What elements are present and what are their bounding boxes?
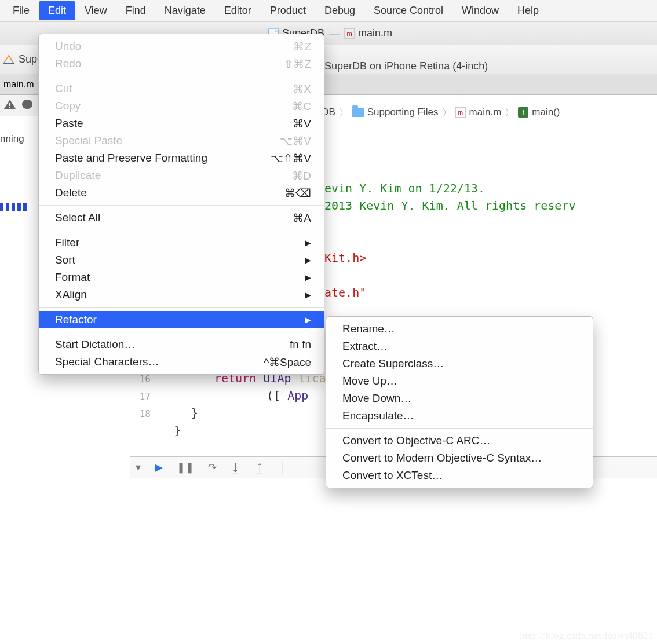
menu-filter[interactable]: Filter▶	[39, 234, 324, 251]
code-line: }	[174, 423, 181, 437]
menu-navigate[interactable]: Navigate	[155, 1, 215, 20]
chevron-right-icon: ▶	[305, 255, 311, 265]
menu-window[interactable]: Window	[452, 1, 508, 20]
m-file-icon: m	[455, 107, 466, 118]
chevron-right-icon: ▶	[305, 290, 311, 299]
refactor-encapsulate[interactable]: Encapsulate…	[326, 407, 593, 425]
issue-navigator-icons	[0, 95, 38, 116]
menu-sort[interactable]: Sort▶	[39, 251, 324, 269]
menu-help[interactable]: Help	[508, 1, 548, 20]
gutter-17: 17	[130, 388, 151, 405]
breadcrumb-seg1[interactable]: Supporting Files	[367, 107, 439, 118]
menu-copy[interactable]: Copy⌘C	[39, 97, 324, 115]
refactor-move-down[interactable]: Move Down…	[326, 390, 593, 407]
title-sep: —	[329, 27, 340, 39]
svg-rect-4	[9, 107, 10, 108]
watermark: http://blog.csdn.net/ioswyl8821	[520, 630, 654, 642]
chevron-right-icon: 〉	[339, 106, 349, 119]
refactor-rename[interactable]: Rename…	[326, 320, 593, 338]
divider: │	[279, 462, 286, 474]
menu-cut[interactable]: Cut⌘X	[39, 80, 324, 97]
menu-undo[interactable]: Undo⌘Z	[39, 38, 324, 55]
title-file: main.m	[358, 27, 392, 39]
tab-main-m[interactable]: main.m	[3, 79, 34, 90]
code-line: ate.h"	[324, 286, 366, 299]
app-icon	[2, 53, 15, 66]
function-icon: f	[518, 107, 528, 118]
menu-select-all[interactable]: Select All⌘A	[39, 209, 324, 226]
code-line: ([	[267, 389, 280, 402]
chevron-right-icon: ▶	[305, 315, 311, 324]
gutter-18: 18	[130, 405, 151, 423]
chevron-right-icon: 〉	[505, 106, 514, 119]
m-file-icon: m	[344, 28, 355, 39]
code-line: }	[191, 406, 198, 420]
menu-paste[interactable]: Paste⌘V	[39, 115, 324, 132]
toolbar-status: SuperDB on iPhone Retina (4-inch)	[324, 60, 488, 72]
menu-product[interactable]: Product	[261, 1, 315, 20]
breadcrumb[interactable]: erDB 〉 Supporting Files 〉 m main.m 〉 f m…	[313, 103, 560, 122]
menubar[interactable]: File Edit View Find Navigate Editor Prod…	[0, 0, 657, 22]
menu-paste-preserve[interactable]: Paste and Preserve Formatting⌥⇧⌘V	[39, 149, 324, 167]
code-fn: App	[287, 389, 308, 402]
sidebar-status: nning	[0, 133, 24, 145]
menu-duplicate[interactable]: Duplicate⌘D	[39, 167, 324, 184]
breadcrumb-seg2[interactable]: main.m	[469, 107, 502, 118]
refactor-modern-objc[interactable]: Convert to Modern Objective-C Syntax…	[326, 449, 593, 467]
chevron-right-icon: 〉	[442, 106, 452, 119]
chevron-right-icon: ▶	[305, 273, 311, 282]
svg-rect-3	[9, 103, 10, 106]
menu-editor[interactable]: Editor	[215, 1, 261, 20]
menu-file[interactable]: File	[3, 1, 39, 20]
pause-icon[interactable]: ❚❚	[177, 461, 194, 474]
menu-special-paste[interactable]: Special Paste⌥⌘V	[39, 132, 324, 149]
edit-dropdown[interactable]: Undo⌘Z Redo⇧⌘Z Cut⌘X Copy⌘C Paste⌘V Spec…	[38, 34, 324, 375]
menu-edit[interactable]: Edit	[39, 1, 75, 20]
menu-refactor[interactable]: Refactor▶	[39, 311, 324, 328]
refactor-arc[interactable]: Convert to Objective-C ARC…	[326, 432, 593, 449]
menu-format[interactable]: Format▶	[39, 269, 324, 286]
menu-view[interactable]: View	[75, 1, 116, 20]
menu-special-characters[interactable]: Special Characters…^⌘Space	[39, 353, 324, 371]
analyze-icon[interactable]	[21, 98, 34, 113]
svg-rect-5	[22, 100, 32, 109]
progress-stripes	[0, 203, 27, 211]
code-line: evin Y. Kim on 1/22/13.	[324, 181, 485, 195]
warning-icon[interactable]	[3, 98, 16, 113]
refactor-move-up[interactable]: Move Up…	[326, 372, 593, 390]
menu-start-dictation[interactable]: Start Dictation…fn fn	[39, 336, 324, 353]
menu-source-control[interactable]: Source Control	[364, 1, 452, 20]
code-line: Kit.h>	[324, 251, 366, 265]
step-out-icon[interactable]: ⭡̲	[255, 462, 265, 474]
step-over-icon[interactable]: ↷	[208, 461, 217, 474]
toggle-debug-icon[interactable]: ▾	[136, 461, 141, 474]
continue-icon[interactable]: ▶	[155, 461, 163, 474]
menu-find[interactable]: Find	[116, 1, 155, 20]
step-into-icon[interactable]: ⭣̲	[231, 462, 241, 474]
refactor-xctest[interactable]: Convert to XCTest…	[326, 467, 593, 484]
refactor-extract[interactable]: Extract…	[326, 338, 593, 355]
code-line: 2013 Kevin Y. Kim. All rights reserv	[324, 199, 575, 213]
menu-xalign[interactable]: XAlign▶	[39, 286, 324, 303]
chevron-right-icon: ▶	[305, 238, 311, 247]
refactor-submenu[interactable]: Rename… Extract… Create Superclass… Move…	[326, 316, 593, 488]
refactor-create-superclass[interactable]: Create Superclass…	[326, 355, 593, 372]
menu-delete[interactable]: Delete⌘⌫	[39, 184, 324, 202]
menu-debug[interactable]: Debug	[315, 1, 364, 20]
folder-icon	[352, 108, 364, 117]
breadcrumb-seg3[interactable]: main()	[532, 107, 560, 118]
menu-redo[interactable]: Redo⇧⌘Z	[39, 55, 324, 72]
